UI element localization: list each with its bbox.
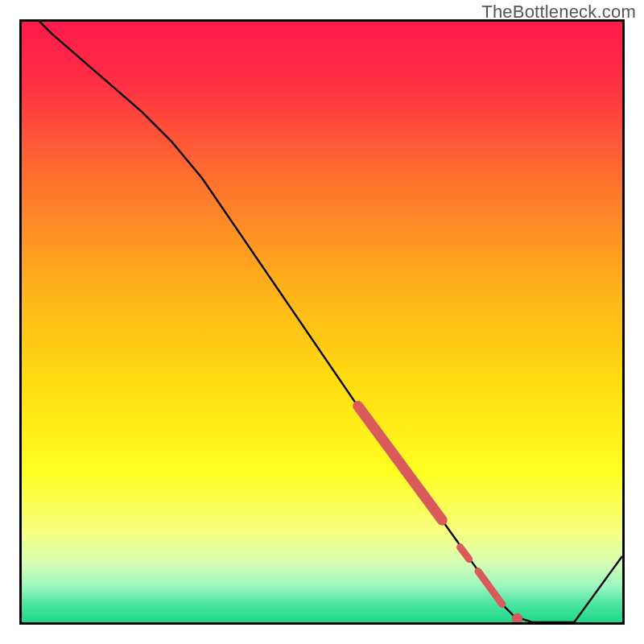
highlight-segment <box>460 547 469 559</box>
plot-svg <box>22 22 622 622</box>
curve-group <box>22 22 622 622</box>
highlight-segment <box>358 406 442 520</box>
bottleneck-curve-path <box>22 22 622 622</box>
bottleneck-chart: TheBottleneck.com <box>0 0 644 644</box>
highlight-group <box>358 406 522 622</box>
highlight-segment <box>478 572 502 605</box>
plot-area <box>19 19 625 625</box>
